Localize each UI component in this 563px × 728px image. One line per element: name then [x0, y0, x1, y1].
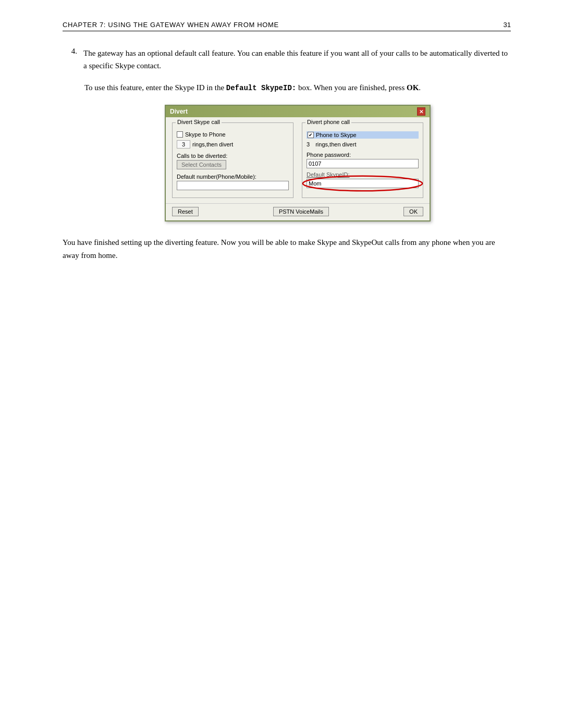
calls-field: Calls to be diverted: Select Contacts [177, 153, 289, 169]
pstn-voicemails-button[interactable]: PSTN VoiceMails [273, 207, 329, 216]
rings-row-right: 3 rings,then divert [307, 141, 419, 147]
dialog-wrapper: Divert ✕ Divert Skype call Skype to Phon… [84, 105, 511, 221]
divert-phone-section: Divert phone call Phone to Skype 3 rings… [302, 122, 423, 198]
default-skypeid-field: Default SkypeID: [307, 171, 419, 188]
page-number: 31 [504, 21, 511, 29]
page-header: CHAPTER 7: USING THE GATEWAY WHEN AWAY F… [63, 21, 511, 31]
select-contacts-button[interactable]: Select Contacts [177, 160, 226, 169]
rings-label-right: rings,then divert [315, 141, 356, 147]
dialog-footer: Reset PSTN VoiceMails OK [166, 203, 430, 220]
numbered-item-4: 4. The gateway has an optional default c… [63, 47, 511, 72]
instruction-text-1: To use this feature, enter the Skype ID … [84, 83, 226, 92]
page-content: 4. The gateway has an optional default c… [63, 47, 511, 262]
phone-password-field: Phone password: [307, 152, 419, 168]
item-text: The gateway has an optional default call… [83, 47, 511, 72]
phone-to-skype-label: Phone to Skype [316, 132, 357, 138]
divert-phone-legend: Divert phone call [305, 119, 351, 125]
rings-input-left[interactable] [177, 140, 190, 149]
divert-dialog: Divert ✕ Divert Skype call Skype to Phon… [165, 105, 431, 221]
ok-button[interactable]: OK [403, 207, 423, 216]
phone-password-label: Phone password: [307, 152, 419, 158]
skype-to-phone-checkbox[interactable] [177, 131, 183, 138]
indent-block: To use this feature, enter the Skype ID … [84, 81, 511, 221]
phone-to-skype-row: Phone to Skype [307, 131, 419, 139]
default-skypeid-label: Default SkypeID: [307, 171, 419, 178]
rings-label-left: rings,then divert [192, 141, 233, 147]
ok-reference: OK [407, 83, 419, 92]
item-number: 4. [63, 47, 77, 72]
skype-to-phone-label: Skype to Phone [185, 131, 226, 138]
rings-value-right: 3 [307, 141, 310, 147]
reset-button[interactable]: Reset [172, 207, 199, 216]
default-number-label: Default number(Phone/Mobile): [177, 174, 289, 180]
divert-skype-legend: Divert Skype call [176, 119, 222, 125]
code-label: Default SkypeID: [226, 84, 296, 92]
instruction-paragraph: To use this feature, enter the Skype ID … [84, 81, 511, 94]
closing-paragraph: You have finished setting up the diverti… [63, 236, 511, 262]
phone-to-skype-checkbox[interactable] [308, 132, 314, 138]
dialog-close-button[interactable]: ✕ [417, 107, 425, 116]
dialog-body: Divert Skype call Skype to Phone rings,t… [166, 117, 430, 203]
default-skypeid-input[interactable] [307, 179, 419, 188]
dialog-titlebar: Divert ✕ [166, 106, 430, 117]
chapter-title: CHAPTER 7: USING THE GATEWAY WHEN AWAY F… [63, 21, 279, 29]
dialog-title: Divert [170, 108, 188, 115]
instruction-text-2: box. When you are finished, press [296, 83, 407, 92]
default-number-field: Default number(Phone/Mobile): [177, 174, 289, 190]
close-icon: ✕ [419, 109, 423, 115]
phone-password-input[interactable] [307, 159, 419, 168]
default-number-input[interactable] [177, 181, 289, 190]
paragraph-1: The gateway has an optional default call… [83, 49, 508, 70]
rings-row-left: rings,then divert [177, 140, 289, 149]
skype-to-phone-row: Skype to Phone [177, 131, 289, 138]
instruction-text-3: . [419, 83, 421, 92]
divert-skype-section: Divert Skype call Skype to Phone rings,t… [172, 122, 293, 198]
calls-label: Calls to be diverted: [177, 153, 289, 159]
